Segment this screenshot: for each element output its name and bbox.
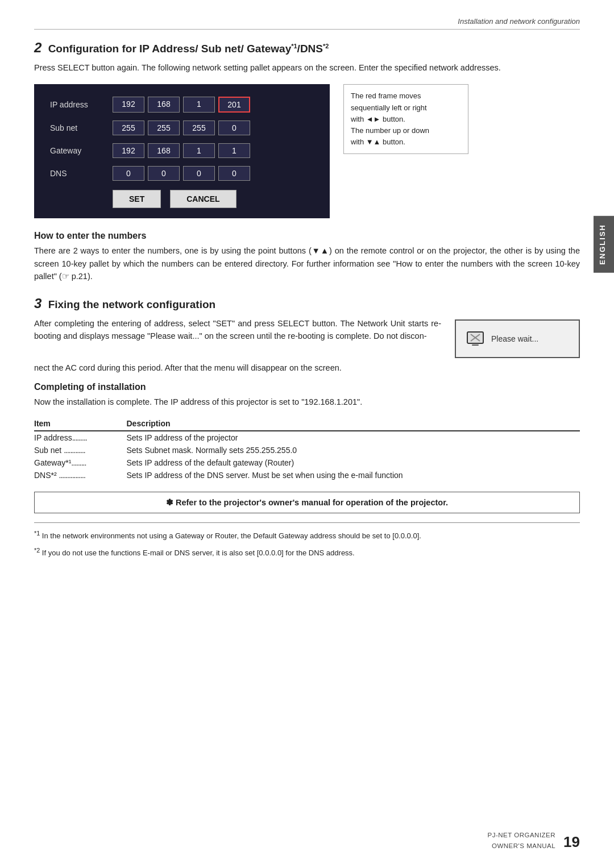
cancel-button[interactable]: CANCEL [170,190,236,208]
how-to-enter-body: There are 2 ways to enter the numbers, o… [34,244,580,283]
table-cell-desc-1: Sets Subnet mask. Normally sets 255.255.… [127,444,580,456]
dns-val-2[interactable]: 0 [183,166,215,181]
network-panel: IP address 192 168 1 201 Sub net 255 255… [34,84,330,218]
side-note-box: The red frame moves sequentially left or… [343,84,468,154]
network-buttons: SET CANCEL [113,190,314,208]
network-panel-area: IP address 192 168 1 201 Sub net 255 255… [34,84,580,218]
ip-address-values: 192 168 1 201 [113,97,250,113]
side-note-button1: ◄► [366,115,381,123]
ip-val-2[interactable]: 1 [183,97,215,113]
section2-sup2: *2 [323,43,329,49]
page-number: 19 [563,833,580,851]
gateway-val-2[interactable]: 1 [183,143,215,158]
please-wait-box: Please wait... [455,319,580,358]
section2-number: 2 [34,40,42,55]
section2-heading: 2 Configuration for IP Address/ Sub net/… [34,40,580,56]
fixing-area: After completing the entering of address… [34,317,580,358]
description-table: Item Description IP address......... Set… [34,417,580,481]
fixing-text: After completing the entering of address… [34,317,441,343]
table-col1-header: Item [34,417,127,431]
how-to-enter-heading: How to enter the numbers [34,231,580,241]
section2-body: Press SELECT button again. The following… [34,61,580,74]
gateway-val-1[interactable]: 168 [148,143,180,158]
subnet-row: Sub net 255 255 255 0 [50,121,314,135]
table-cell-desc-3: Sets IP address of the DNS server. Must … [127,469,580,481]
svg-rect-3 [472,344,479,346]
gateway-row: Gateway 192 168 1 1 [50,143,314,158]
footnotes: *1 In the network environments not using… [34,522,580,559]
completing-body: Now the installation is complete. The IP… [34,396,580,408]
gateway-val-3[interactable]: 1 [218,143,250,158]
set-button[interactable]: SET [113,190,161,208]
ip-address-label: IP address [50,100,113,109]
sidebar-english-tab: ENGLISH [594,216,614,273]
subnet-val-0[interactable]: 255 [113,121,144,135]
side-note-line4: button. [383,115,405,123]
ip-val-0[interactable]: 192 [113,97,144,113]
dns-val-0[interactable]: 0 [113,166,144,181]
table-col2-header: Description [127,417,580,431]
dns-val-1[interactable]: 0 [148,166,180,181]
page-header-title: Installation and network configuration [34,17,580,30]
table-row: Sub net ............. Sets Subnet mask. … [34,444,580,456]
side-note-line5: The number up or down [351,126,429,135]
section3-heading: 3 Fixing the network configuration [34,296,580,312]
subnet-label: Sub net [50,123,113,132]
ip-val-3[interactable]: 201 [218,97,250,113]
please-wait-text: Please wait... [491,334,538,343]
table-cell-item-1: Sub net ............. [34,444,127,456]
side-note-button2: ▼▲ [366,138,381,146]
manual-title: PJ-NET ORGANIZER OWNER'S MANUAL [487,830,555,851]
dns-row: DNS 0 0 0 0 [50,166,314,181]
subnet-val-2[interactable]: 255 [183,121,215,135]
table-row: DNS*² ................ Sets IP address o… [34,469,580,481]
dns-values: 0 0 0 0 [113,166,250,181]
dns-label: DNS [50,169,113,178]
table-row: Gateway*¹......... Sets IP address of th… [34,456,580,469]
ip-val-1[interactable]: 168 [148,97,180,113]
side-note-line2: sequentially left or right [351,103,427,112]
fixing-body1: After completing the entering of address… [34,317,441,343]
table-cell-desc-2: Sets IP address of the default gateway (… [127,456,580,469]
dns-val-3[interactable]: 0 [218,166,250,181]
side-note-line6: with [351,138,364,146]
footnote-1: *1 In the network environments not using… [34,529,580,542]
section3-heading-text: Fixing the network configuration [48,298,216,310]
subnet-values: 255 255 255 0 [113,121,250,135]
please-wait-icon [466,330,484,348]
gateway-values: 192 168 1 1 [113,143,250,158]
ip-address-row: IP address 192 168 1 201 [50,97,314,113]
completing-heading: Completing of installation [34,382,580,392]
subnet-val-1[interactable]: 255 [148,121,180,135]
table-cell-item-0: IP address......... [34,431,127,444]
section2-dns: /DNS [297,43,323,55]
note-box: ✽ Refer to the projector's owner's manua… [34,492,580,513]
table-cell-desc-0: Sets IP address of the projector [127,431,580,444]
table-row: IP address......... Sets IP address of t… [34,431,580,444]
section3-number: 3 [34,296,42,311]
side-note-line7: button. [383,138,405,146]
subnet-val-3[interactable]: 0 [218,121,250,135]
section2-heading-text: Configuration for IP Address/ Sub net/ G… [48,43,292,55]
page-footer: PJ-NET ORGANIZER OWNER'S MANUAL 19 [487,830,580,851]
side-note-line1: The red frame moves [351,92,421,100]
footnote-2: *2 If you do not use the functions E-mai… [34,546,580,559]
fixing-body2: nect the AC cord during this period. Aft… [34,362,580,374]
section2-sup1: *1 [291,43,297,55]
side-note-line3: with [351,115,364,123]
gateway-val-0[interactable]: 192 [113,143,144,158]
table-cell-item-2: Gateway*¹......... [34,456,127,469]
gateway-label: Gateway [50,146,113,155]
table-cell-item-3: DNS*² ................ [34,469,127,481]
